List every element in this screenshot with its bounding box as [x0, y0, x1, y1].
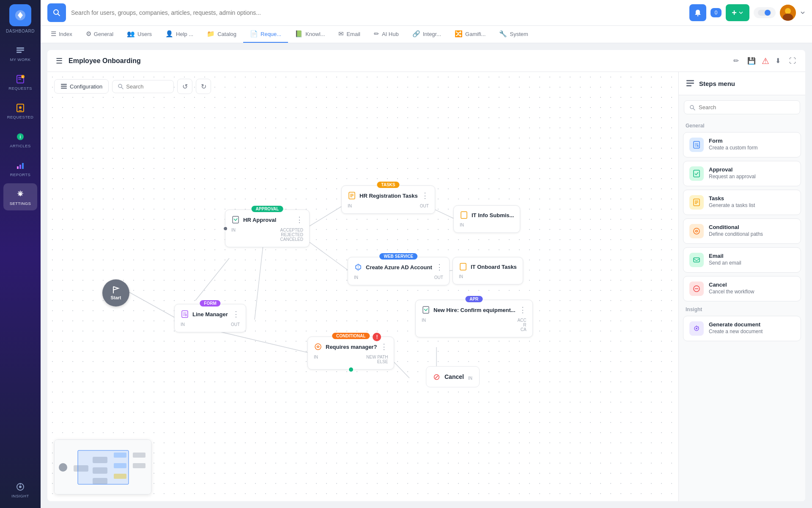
canvas-search-input[interactable] [126, 83, 168, 90]
tab-system[interactable]: 🔧 System [492, 26, 535, 43]
requires-manager-node[interactable]: CONDITIONAL ! Requires manager? ⋮ I [307, 337, 394, 370]
hr-approval-menu-button[interactable]: ⋮ [296, 215, 303, 224]
sidebar-item-requested[interactable]: REQUESTED [3, 97, 37, 124]
svg-text:i: i [20, 135, 21, 139]
cancel-step-info: Cancel Cancel the workflow [709, 282, 795, 295]
req-newpath-port: NEW PATH [366, 355, 388, 359]
svg-point-22 [697, 15, 698, 17]
svg-rect-48 [350, 195, 354, 196]
sidebar-item-reports[interactable]: REPORTS [3, 155, 37, 182]
tab-gamifi[interactable]: 🔀 Gamifi... [448, 26, 492, 43]
cancel-canvas-node[interactable]: ⊘ Cancel IN [426, 366, 480, 387]
sidebar-item-my-work[interactable]: MY WORK [3, 39, 37, 66]
sidebar-item-articles[interactable]: i ARTICLES [3, 126, 37, 153]
search-button[interactable] [47, 3, 66, 22]
requires-manager-title: Requires manager? [326, 344, 377, 350]
settings-icon [14, 188, 26, 200]
new-hire-node[interactable]: APR New Hire: Confirm equipment... ⋮ IN … [415, 300, 533, 337]
notifications-button[interactable] [689, 4, 706, 21]
req-in-port: IN [314, 355, 318, 359]
create-azure-menu-button[interactable]: ⋮ [436, 262, 443, 272]
hr-approval-canceled-port: CANCELED [280, 237, 303, 242]
tab-users[interactable]: 👥 Users [120, 26, 159, 43]
tab-catalog[interactable]: 📁 Catalog [200, 26, 243, 43]
it-info-in-port: IN [460, 223, 464, 227]
hr-registration-title: HR Registration Tasks [359, 193, 418, 199]
hamburger-button[interactable]: ☰ [54, 55, 64, 67]
save-button[interactable]: 💾 [745, 54, 758, 67]
step-item-generate-doc[interactable]: Generate document Create a new document [683, 316, 801, 341]
hr-registration-menu-button[interactable]: ⋮ [421, 191, 429, 200]
cancel-canvas-icon: ⊘ [433, 372, 440, 382]
tab-help[interactable]: 👤 Help ... [159, 26, 200, 43]
step-item-email[interactable]: Email Send an email [683, 247, 801, 273]
line-manager-menu-button[interactable]: ⋮ [232, 309, 240, 319]
requires-manager-error-badge: ! [373, 333, 381, 341]
new-hire-r-port: R [523, 323, 526, 327]
redo-button[interactable]: ↻ [196, 79, 211, 94]
user-avatar[interactable] [780, 5, 796, 21]
hr-approval-connector [223, 226, 228, 231]
svg-rect-47 [350, 194, 354, 195]
svg-line-33 [129, 292, 178, 320]
svg-rect-64 [133, 463, 145, 468]
edit-button[interactable]: ✏ [731, 54, 741, 67]
requires-manager-menu-button[interactable]: ⋮ [380, 342, 388, 351]
tab-integr[interactable]: 🔗 Integr... [406, 26, 448, 43]
it-info-node[interactable]: IT Info Submis... IN [453, 205, 520, 233]
request-tab-icon: 📄 [250, 30, 258, 38]
conditional-step-title: Conditional [709, 224, 795, 230]
tab-index-label: Index [59, 31, 72, 37]
cancel-canvas-label: Cancel [444, 373, 464, 380]
step-item-form[interactable]: Form Create a custom form [683, 132, 801, 157]
sidebar-item-settings[interactable]: SETTINGS [3, 183, 37, 210]
new-hire-menu-button[interactable]: ⋮ [519, 305, 527, 315]
add-button[interactable]: + [726, 4, 749, 21]
it-onboard-icon [459, 262, 467, 271]
step-item-cancel[interactable]: Cancel Cancel the workflow [683, 276, 801, 301]
new-hire-acc-port: ACC [517, 318, 526, 323]
sidebar-app-label: DASHBOARD [6, 29, 35, 33]
users-tab-icon: 👥 [127, 30, 135, 38]
sidebar-item-requests[interactable]: 1 REQUESTS [3, 68, 37, 95]
toggle-switch[interactable] [754, 7, 776, 18]
start-node[interactable]: Start [102, 279, 129, 306]
line-manager-node[interactable]: FORM Line Manager ⋮ IN OUT [174, 304, 246, 332]
main-content: 0 + [41, 0, 812, 508]
hr-approval-node[interactable]: APPROVAL HR Approval ⋮ IN ACCEPTED [225, 210, 310, 247]
step-item-approval[interactable]: Approval Request an approval [683, 161, 801, 186]
svg-rect-63 [133, 453, 145, 458]
fullscreen-button[interactable]: ⛶ [787, 55, 798, 67]
svg-rect-66 [686, 80, 694, 81]
tab-email[interactable]: ✉ Email [332, 26, 367, 43]
it-onboard-node[interactable]: IT Onboard Tasks IN [453, 257, 523, 284]
index-tab-icon: ☰ [51, 30, 56, 38]
tab-index[interactable]: ☰ Index [44, 26, 79, 43]
tab-request[interactable]: 📄 Reque... [243, 26, 288, 43]
reports-icon [14, 160, 26, 171]
it-info-title: IT Info Submis... [472, 212, 514, 218]
svg-rect-65 [78, 450, 129, 484]
hr-registration-node[interactable]: TASKS HR Registration Tasks ⋮ IN [341, 185, 435, 214]
sidebar-logo[interactable] [9, 4, 31, 26]
undo-button[interactable]: ↺ [177, 79, 192, 94]
workflow-canvas[interactable]: Configuration ↺ ↻ [47, 72, 678, 501]
gamifi-tab-icon: 🔀 [455, 30, 463, 38]
tab-general[interactable]: ⚙ General [79, 26, 120, 43]
create-azure-node[interactable]: WEB SERVICE Create Azure AD Account ⋮ IN… [348, 257, 450, 285]
approval-step-title: Approval [709, 166, 795, 173]
svg-rect-52 [461, 212, 467, 218]
sidebar-reports-label: REPORTS [10, 172, 31, 177]
form-step-title: Form [709, 138, 795, 144]
step-item-conditional[interactable]: Conditional Define conditional paths [683, 218, 801, 244]
global-search-input[interactable] [71, 9, 684, 16]
email-step-info: Email Send an email [709, 253, 795, 266]
step-item-tasks[interactable]: Tasks Generate a tasks list [683, 190, 801, 215]
steps-search-input[interactable] [699, 104, 795, 110]
configuration-button[interactable]: Configuration [54, 79, 109, 94]
sidebar-item-insight[interactable]: INSIGHT [3, 476, 37, 503]
tab-knowledge[interactable]: 📗 Knowl... [288, 26, 332, 43]
hr-registration-badge: TASKS [377, 182, 399, 188]
download-button[interactable]: ⬇ [773, 54, 783, 67]
tab-ai-hub[interactable]: ✏ AI Hub [367, 26, 406, 43]
